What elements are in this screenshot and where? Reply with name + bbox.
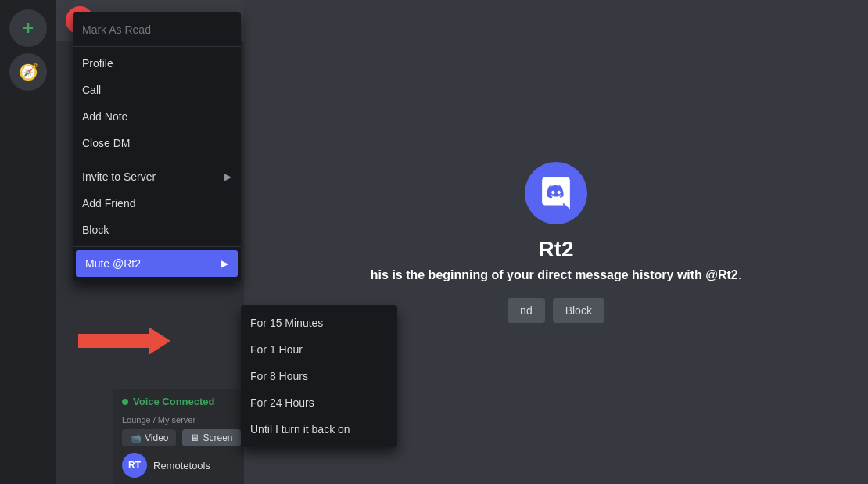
remotetools-label: Remotetools	[153, 460, 210, 471]
voice-channel-label: Lounge / My server	[122, 415, 195, 425]
invite-chevron-icon: ▶	[224, 171, 231, 182]
remotetools-avatar: RT	[122, 453, 147, 478]
submenu-8hours[interactable]: For 8 Hours	[241, 363, 397, 389]
ctx-separator-3	[73, 246, 241, 247]
ctx-close-dm[interactable]: Close DM	[73, 130, 241, 156]
ctx-add-friend[interactable]: Add Friend	[73, 190, 241, 217]
context-menu: Mark As Read Profile Call Add Note Close…	[73, 12, 241, 281]
voice-connected-label: Voice Connected	[133, 396, 215, 407]
submenu-24hours[interactable]: For 24 Hours	[241, 389, 397, 416]
discord-logo-icon	[536, 174, 576, 213]
add-server-button[interactable]: +	[9, 9, 47, 47]
ctx-separator-1	[73, 46, 241, 47]
sidebar: + 🧭	[0, 0, 56, 484]
ctx-mark-as-read[interactable]: Mark As Read	[73, 16, 241, 43]
add-icon: +	[23, 17, 34, 39]
chat-username: Rt2	[538, 237, 573, 262]
mute-chevron-icon: ▶	[221, 258, 228, 269]
screen-share-icon: 🖥	[190, 432, 199, 443]
dm-history-text: his is the beginning of your direct mess…	[371, 268, 741, 282]
submenu-until-off[interactable]: Until I turn it back on	[241, 416, 397, 443]
add-friend-button[interactable]: nd	[508, 298, 545, 323]
screen-button[interactable]: 🖥 Screen	[182, 429, 240, 446]
user-avatar-big	[525, 162, 587, 224]
ctx-profile[interactable]: Profile	[73, 50, 241, 77]
submenu-1hour[interactable]: For 1 Hour	[241, 336, 397, 363]
red-arrow-indicator	[78, 327, 170, 355]
explore-button[interactable]: 🧭	[9, 53, 47, 91]
ctx-invite-to-server[interactable]: Invite to Server ▶	[73, 163, 241, 190]
video-icon: 📹	[130, 432, 142, 443]
arrow-body	[78, 334, 149, 348]
ctx-add-note[interactable]: Add Note	[73, 103, 241, 130]
arrow-head	[149, 327, 170, 355]
block-button-chat[interactable]: Block	[553, 298, 604, 323]
voice-connected-dot	[122, 399, 128, 405]
ctx-mute[interactable]: Mute @Rt2 ▶	[76, 250, 238, 277]
mute-submenu: For 15 Minutes For 1 Hour For 8 Hours Fo…	[241, 305, 397, 447]
explore-icon: 🧭	[19, 63, 38, 81]
ctx-separator-2	[73, 160, 241, 160]
ctx-call[interactable]: Call	[73, 77, 241, 103]
video-button[interactable]: 📹 Video	[122, 429, 176, 446]
ctx-block[interactable]: Block	[73, 217, 241, 243]
submenu-15min[interactable]: For 15 Minutes	[241, 310, 397, 336]
dm-action-buttons: nd Block	[508, 298, 604, 323]
